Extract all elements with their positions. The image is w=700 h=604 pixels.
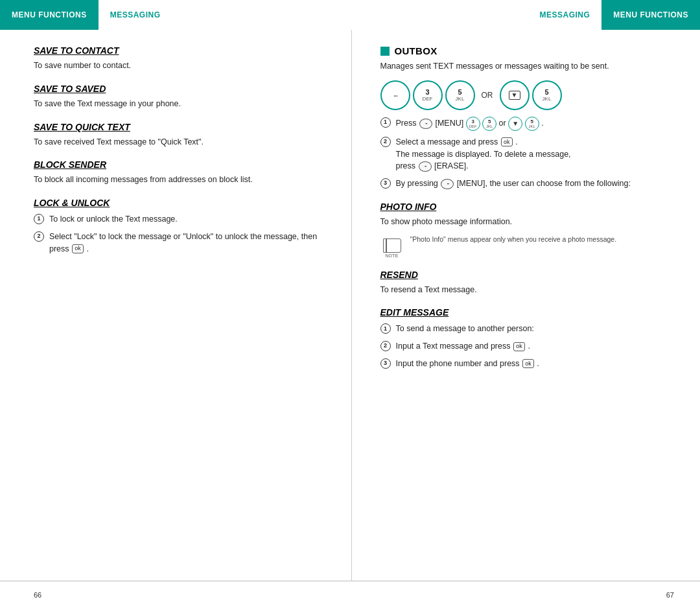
outbox-step-1: Press ··· [MENU] 3DEF 5JKL or ▼ (396, 117, 675, 131)
right-menu-functions-badge: MENU FUNCTIONS (601, 0, 700, 30)
edit-step-number-1: 1 (380, 323, 391, 334)
header: MENU FUNCTIONS MESSAGING MESSAGING MENU … (0, 0, 700, 30)
save-to-quick-text-title: SAVE TO QUICK TEXT (34, 122, 328, 132)
step-number-2: 2 (380, 137, 391, 147)
3def-button: 3 DEF (413, 80, 443, 110)
button-diagram: ··· 3 DEF 5 JKL OR ▼ (380, 80, 675, 110)
menu-key-2: ··· (419, 161, 432, 172)
edit-step-number-3: 3 (380, 358, 391, 369)
list-number-1: 1 (34, 214, 44, 224)
list-item: 3 By pressing ··· [MENU], the user can c… (380, 178, 675, 190)
5jkl-button-2: 5 JKL (532, 80, 562, 110)
footer-right-page: 67 (354, 591, 674, 599)
edit-step-1: To send a message to another person: (396, 323, 675, 335)
page-container: MENU FUNCTIONS MESSAGING MESSAGING MENU … (0, 0, 700, 604)
lock-unlock-item-2: Select "Lock" to lock the message or "Un… (49, 231, 328, 255)
resend-title: RESEND (380, 270, 675, 280)
list-item: 1 To lock or unlock the Text message. (34, 213, 328, 226)
save-to-saved-body: To save the Text message in your phone. (34, 98, 328, 110)
main-content: SAVE TO CONTACT To save number to contac… (0, 30, 700, 581)
edit-step-number-2: 2 (380, 341, 391, 351)
list-item: 3 Input the phone number and press ok . (380, 358, 675, 370)
outbox-title: OUTBOX (395, 45, 438, 56)
save-to-saved-title: SAVE TO SAVED (34, 84, 328, 94)
outbox-step-3: By pressing ··· [MENU], the user can cho… (396, 178, 675, 190)
left-column: SAVE TO CONTACT To save number to contac… (0, 30, 352, 581)
5jkl-button-1: 5 JKL (445, 80, 475, 110)
right-column: OUTBOX Manages sent TEXT messages or mes… (352, 30, 701, 581)
ok-key-edit-3: ok (522, 359, 534, 368)
outbox-description: Manages sent TEXT messages or messages w… (380, 60, 675, 73)
ok-key-edit-2: ok (513, 342, 525, 351)
edit-message-list: 1 To send a message to another person: 2… (380, 323, 675, 369)
menu-key-3: ··· (441, 179, 454, 189)
note-book-icon (383, 238, 401, 253)
note-label: NOTE (385, 253, 399, 258)
lock-unlock-item-1: To lock or unlock the Text message. (49, 213, 328, 226)
list-item: 1 Press ··· [MENU] 3DEF 5JKL or ▼ (380, 117, 675, 131)
list-item: 2 Select "Lock" to lock the message or "… (34, 231, 328, 255)
photo-info-body: To show photo message information. (380, 216, 675, 228)
down-mini: ▼ (508, 117, 522, 131)
5jkl-mini-2: 5JKL (525, 117, 539, 131)
header-left: MENU FUNCTIONS MESSAGING (0, 0, 350, 30)
edit-step-3: Input the phone number and press ok . (396, 358, 675, 370)
photo-info-title: PHOTO INFO (380, 202, 675, 212)
save-to-quick-text-body: To save received Text message to "Quick … (34, 136, 328, 148)
note-icon: NOTE (380, 235, 404, 258)
3def-mini: 3DEF (466, 117, 480, 131)
ok-key-inline: ok (72, 244, 84, 253)
left-messaging-label: MESSAGING (99, 5, 172, 25)
outbox-step-2: Select a message and press ok . The mess… (396, 136, 675, 172)
list-item: 2 Input a Text message and press ok . (380, 340, 675, 353)
step-number-1: 1 (380, 117, 391, 128)
save-to-contact-title: SAVE TO CONTACT (34, 45, 328, 56)
edit-step-2: Input a Text message and press ok . (396, 340, 675, 353)
edit-message-title: EDIT MESSAGE (380, 307, 675, 318)
footer: 66 67 (0, 581, 700, 604)
list-item: 2 Select a message and press ok . The me… (380, 136, 675, 172)
lock-unlock-list: 1 To lock or unlock the Text message. 2 … (34, 213, 328, 255)
step-number-3: 3 (380, 178, 391, 189)
down-button: ▼ (500, 80, 530, 110)
save-to-contact-body: To save number to contact. (34, 60, 328, 72)
block-sender-body: To block all incoming messages from addr… (34, 174, 328, 186)
note-box: NOTE "Photo Info" menus appear only when… (380, 235, 675, 258)
outbox-steps-list: 1 Press ··· [MENU] 3DEF 5JKL or ▼ (380, 117, 675, 190)
outbox-section-header: OUTBOX (380, 45, 675, 56)
header-right: MESSAGING MENU FUNCTIONS (350, 0, 700, 30)
5jkl-mini-1: 5JKL (482, 117, 496, 131)
ok-key-2: ok (501, 137, 513, 146)
outbox-square-icon (380, 47, 390, 56)
right-messaging-label: MESSAGING (528, 5, 601, 25)
square-icon: ▼ (509, 91, 520, 100)
left-menu-functions-badge: MENU FUNCTIONS (0, 0, 99, 30)
lock-unlock-title: LOCK & UNLOCK (34, 198, 328, 208)
note-text: "Photo Info" menus appear only when you … (410, 235, 617, 244)
menu-dots-button: ··· (380, 80, 410, 110)
resend-body: To resend a Text message. (380, 284, 675, 296)
block-sender-title: BLOCK SENDER (34, 159, 328, 170)
menu-key: ··· (419, 119, 432, 129)
footer-left-page: 66 (34, 591, 354, 599)
list-item: 1 To send a message to another person: (380, 323, 675, 335)
list-number-2: 2 (34, 231, 44, 242)
or-label: OR (482, 91, 493, 100)
